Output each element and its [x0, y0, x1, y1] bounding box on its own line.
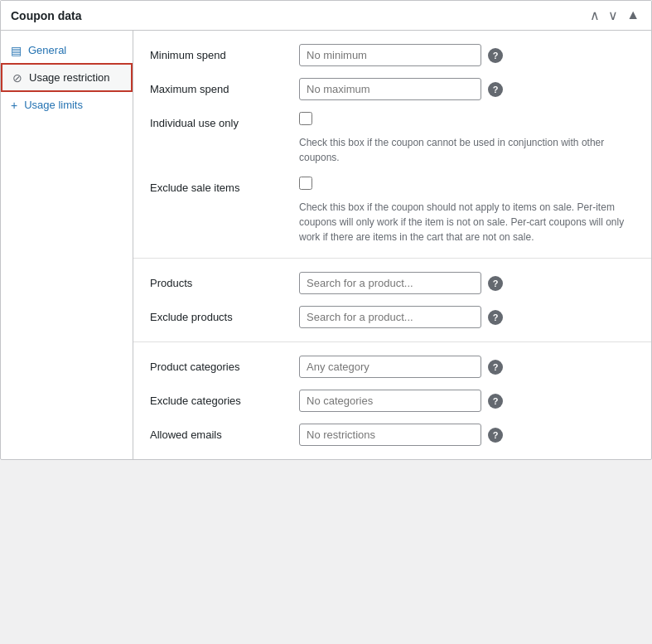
main-content: Minimum spend ? Maximum spend ? [133, 31, 651, 459]
exclude-categories-input[interactable] [299, 390, 481, 412]
exclude-products-help-icon[interactable]: ? [488, 310, 503, 325]
products-field: ? [299, 272, 635, 294]
product-categories-row: Product categories ? [150, 356, 635, 378]
sidebar-item-usage-limits[interactable]: + Usage limits [1, 92, 133, 118]
individual-use-row: Individual use only Check this box if th… [150, 112, 635, 165]
exclude-categories-field: ? [299, 390, 635, 412]
products-label: Products [150, 272, 299, 289]
individual-use-label: Individual use only [150, 112, 299, 129]
exclude-sale-row: Exclude sale items Check this box if the… [150, 177, 635, 245]
allowed-emails-label: Allowed emails [150, 424, 299, 441]
allowed-emails-row: Allowed emails ? [150, 424, 635, 446]
sidebar-item-usage-restriction[interactable]: ⊘ Usage restriction [1, 63, 133, 92]
collapse-up-icon[interactable]: ∧ [588, 7, 601, 23]
minimum-spend-input[interactable] [299, 44, 481, 66]
allowed-emails-field: ? [299, 424, 635, 446]
exclude-products-input[interactable] [299, 306, 481, 328]
minimum-spend-row: Minimum spend ? [150, 44, 635, 66]
product-categories-input[interactable] [299, 356, 481, 378]
panel-header: Coupon data ∧ ∨ ▲ [1, 1, 651, 31]
individual-use-checkbox[interactable] [299, 112, 312, 125]
sidebar-item-restriction-label: Usage restriction [29, 71, 110, 84]
limits-icon: + [11, 99, 17, 111]
categories-section: Product categories ? Exclude categories … [133, 342, 651, 459]
minimum-spend-field: ? [299, 44, 635, 66]
product-categories-label: Product categories [150, 356, 299, 373]
products-input[interactable] [299, 272, 481, 294]
maximum-spend-field: ? [299, 78, 635, 100]
exclude-products-label: Exclude products [150, 306, 299, 323]
product-categories-help-icon[interactable]: ? [488, 360, 503, 375]
maximum-spend-row: Maximum spend ? [150, 78, 635, 100]
minimum-spend-label: Minimum spend [150, 44, 299, 61]
product-categories-field: ? [299, 356, 635, 378]
sidebar-item-general-label: General [28, 44, 66, 56]
maximum-spend-label: Maximum spend [150, 78, 299, 95]
exclude-products-field: ? [299, 306, 635, 328]
panel-body: ▤ General ⊘ Usage restriction + Usage li… [1, 31, 651, 459]
minimum-spend-help-icon[interactable]: ? [488, 48, 503, 63]
exclude-sale-checkbox[interactable] [299, 177, 312, 190]
restriction-icon: ⊘ [12, 72, 22, 84]
sidebar: ▤ General ⊘ Usage restriction + Usage li… [1, 31, 133, 459]
exclude-categories-help-icon[interactable]: ? [488, 394, 503, 409]
maximum-spend-input[interactable] [299, 78, 481, 100]
individual-use-checkbox-row [299, 112, 312, 125]
coupon-data-panel: Coupon data ∧ ∨ ▲ ▤ General ⊘ Usage rest… [0, 0, 652, 460]
move-icon[interactable]: ▲ [625, 7, 641, 23]
exclude-sale-help-text: Check this box if the coupon should not … [299, 200, 630, 245]
sidebar-item-general[interactable]: ▤ General [1, 37, 133, 63]
individual-use-field: Check this box if the coupon cannot be u… [299, 112, 635, 165]
sidebar-item-limits-label: Usage limits [24, 99, 83, 111]
panel-title: Coupon data [11, 9, 82, 22]
products-row: Products ? [150, 272, 635, 294]
individual-use-help-text: Check this box if the coupon cannot be u… [299, 135, 630, 165]
products-help-icon[interactable]: ? [488, 276, 503, 291]
exclude-categories-label: Exclude categories [150, 390, 299, 407]
spend-section: Minimum spend ? Maximum spend ? [133, 31, 651, 259]
exclude-sale-checkbox-row [299, 177, 312, 190]
exclude-sale-label: Exclude sale items [150, 177, 299, 194]
collapse-down-icon[interactable]: ∨ [606, 7, 620, 23]
exclude-sale-field: Check this box if the coupon should not … [299, 177, 635, 245]
allowed-emails-help-icon[interactable]: ? [488, 428, 503, 443]
allowed-emails-input[interactable] [299, 424, 481, 446]
general-icon: ▤ [11, 45, 22, 56]
maximum-spend-help-icon[interactable]: ? [488, 82, 503, 97]
panel-header-controls: ∧ ∨ ▲ [588, 7, 641, 23]
exclude-products-row: Exclude products ? [150, 306, 635, 328]
products-section: Products ? Exclude products ? [133, 259, 651, 342]
exclude-categories-row: Exclude categories ? [150, 390, 635, 412]
